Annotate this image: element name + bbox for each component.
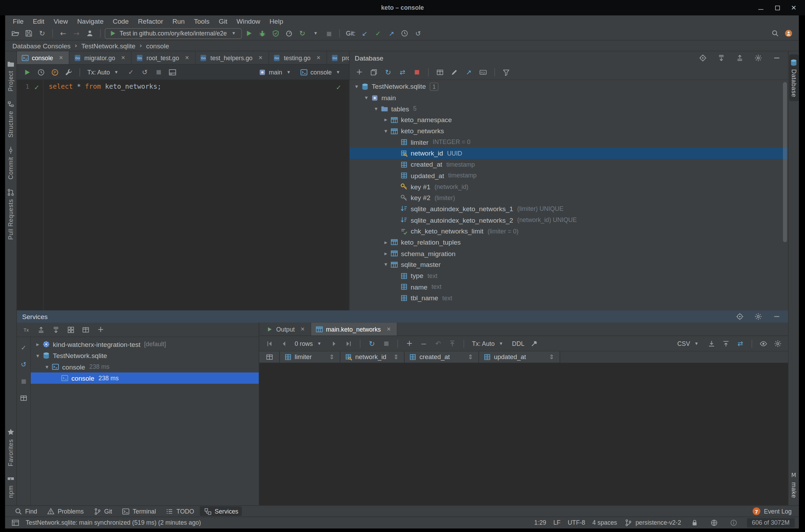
export-format-select[interactable]: CSV▾ <box>675 339 703 348</box>
search-button[interactable] <box>769 28 781 39</box>
close-x-icon[interactable]: ✕ <box>298 325 307 333</box>
tree-row-keto-namespace[interactable]: ▸keto_namespace <box>350 114 788 126</box>
filter-button[interactable] <box>500 66 512 78</box>
breadcrumb-item-testnetwork-sqlite[interactable]: TestNetwork.sqlite <box>81 42 135 49</box>
forward-button[interactable]: → <box>70 28 83 39</box>
tree-row-console[interactable]: ▾console238 ms <box>31 361 259 372</box>
line-ending[interactable]: LF <box>553 519 561 526</box>
wrench-button[interactable] <box>63 66 75 78</box>
menu-item-edit[interactable]: Edit <box>28 16 49 26</box>
tree-row-tables[interactable]: ▾tables5 <box>350 103 788 114</box>
submit-button[interactable] <box>446 338 459 349</box>
toolwindow-button-services[interactable]: Services <box>200 506 242 516</box>
target-button[interactable] <box>734 311 746 322</box>
menu-item-refactor[interactable]: Refactor <box>133 16 168 26</box>
first-page-button[interactable] <box>263 338 275 349</box>
tab-testing-go[interactable]: Gotesting.go✕ <box>269 51 327 64</box>
run-button[interactable] <box>21 66 33 78</box>
toolwindow-button-terminal[interactable]: Terminal <box>118 506 159 516</box>
add-button[interactable]: + <box>353 66 365 78</box>
schema-select[interactable]: main▾ <box>256 68 296 77</box>
toolwindow-button-problems[interactable]: Problems <box>43 506 87 516</box>
stop-grey-button[interactable]: ■ <box>153 66 165 78</box>
tree-row-limiter[interactable]: limiterINTEGER = 0 <box>350 137 788 148</box>
toolwindow-button-todo[interactable]: TODO <box>162 506 198 516</box>
stripe-button-database[interactable]: Database <box>789 54 799 101</box>
close-x-icon[interactable]: ✕ <box>183 53 192 62</box>
tree-row-testnetwork-sqlite[interactable]: ▾TestNetwork.sqlite <box>31 350 259 361</box>
history-button[interactable] <box>35 66 47 78</box>
breadcrumb-item-database-consoles[interactable]: Database Consoles <box>12 42 70 49</box>
chevron-closed-icon[interactable]: ▸ <box>382 240 390 245</box>
import-button[interactable] <box>720 338 732 349</box>
chevron-open-icon[interactable]: ▾ <box>34 353 41 358</box>
reload-data-button[interactable]: ↻ <box>366 338 378 349</box>
tree-row-updated-at[interactable]: updated_attimestamp <box>350 170 788 181</box>
stop-red-button[interactable]: ■ <box>411 66 423 78</box>
chevron-closed-icon[interactable]: ▸ <box>382 251 390 256</box>
open-button[interactable] <box>9 28 22 39</box>
grid-small-button[interactable] <box>17 392 30 404</box>
add-row-button[interactable]: + <box>403 338 415 349</box>
tree-row-name[interactable]: nametext <box>350 281 788 293</box>
debug-button[interactable] <box>256 28 268 39</box>
menu-item-view[interactable]: View <box>49 16 73 26</box>
navigate-button[interactable]: ↗ <box>463 66 475 78</box>
run-button[interactable] <box>243 28 255 39</box>
save-button[interactable] <box>23 28 35 39</box>
breadcrumb-item-console[interactable]: console <box>146 42 169 49</box>
rollback-blue-button[interactable]: ↺ <box>17 359 30 370</box>
result-tab-output[interactable]: Output✕ <box>261 323 311 335</box>
export-data-button[interactable] <box>705 338 718 349</box>
tree-row-keto-relation-tuples[interactable]: ▸keto_relation_tuples <box>350 237 788 248</box>
tab-console[interactable]: console✕ <box>17 51 70 64</box>
chevron-open-icon[interactable]: ▾ <box>372 106 380 112</box>
revert-button[interactable]: ↶ <box>432 338 444 349</box>
delete-row-button[interactable]: − <box>417 338 430 349</box>
git-commit-button[interactable]: ✓ <box>372 28 384 39</box>
page-size-select[interactable]: 0 rows▾ <box>292 339 326 348</box>
ddl-button[interactable]: SQL <box>477 66 489 78</box>
chevron-open-icon[interactable]: ▾ <box>382 262 390 267</box>
history-button[interactable] <box>399 28 411 39</box>
collapse-all-button[interactable] <box>734 52 746 63</box>
ddl-button[interactable]: DDL <box>510 340 526 347</box>
tree-row-key-2[interactable]: key #2(limiter) <box>350 192 788 204</box>
sort-icon[interactable]: ⇕ <box>547 353 556 362</box>
expand-all-button[interactable] <box>50 324 62 335</box>
menu-item-git[interactable]: Git <box>214 16 232 26</box>
sort-icon[interactable]: ⇕ <box>392 353 400 362</box>
collapse-all-button[interactable] <box>35 324 47 335</box>
sort-icon[interactable]: ⇕ <box>466 353 475 362</box>
hide-button[interactable] <box>771 52 783 63</box>
duplicate-button[interactable] <box>368 66 380 78</box>
stop-button[interactable]: ■ <box>323 28 335 39</box>
data-grid-body[interactable] <box>259 363 788 505</box>
chevron-open-icon[interactable]: ▾ <box>362 95 370 101</box>
check-grey-button[interactable]: ✓ <box>125 66 137 78</box>
scrollbar[interactable] <box>783 82 787 242</box>
target-button[interactable] <box>697 52 709 63</box>
menu-item-window[interactable]: Window <box>232 16 265 26</box>
git-push-button[interactable]: ↗ <box>385 28 398 39</box>
row-header-stub[interactable] <box>259 351 280 363</box>
pin-tab-button[interactable] <box>529 338 541 349</box>
next-page-button[interactable] <box>328 338 341 349</box>
tab-test-helpers-go[interactable]: Gotest_helpers.go✕ <box>195 51 269 64</box>
column-header-created-at[interactable]: created_at⇕ <box>405 351 479 363</box>
tree-row-tbl-name[interactable]: tbl_nametext <box>350 293 788 304</box>
chevron-open-icon[interactable]: ▾ <box>43 364 51 370</box>
stop-grey-button[interactable]: ■ <box>17 375 30 387</box>
last-page-button[interactable] <box>343 338 355 349</box>
event-log-button[interactable]: 7Event Log <box>753 507 794 515</box>
profiler-button[interactable] <box>283 28 295 39</box>
tree-row-created-at[interactable]: created_attimestamp <box>350 159 788 170</box>
explain-plan-button[interactable]: P <box>49 66 61 78</box>
result-tab-main-keto-networks[interactable]: main.keto_networks✕ <box>311 323 397 335</box>
close-icon[interactable]: ✕ <box>791 5 797 11</box>
menu-item-file[interactable]: File <box>8 16 28 26</box>
caret-position[interactable]: 1:29 <box>534 519 546 526</box>
indent-style[interactable]: 4 spaces <box>592 519 617 526</box>
tab-root-test-go[interactable]: Goroot_test.go✕ <box>132 51 195 64</box>
toolwindow-button-git[interactable]: Git <box>89 506 116 516</box>
